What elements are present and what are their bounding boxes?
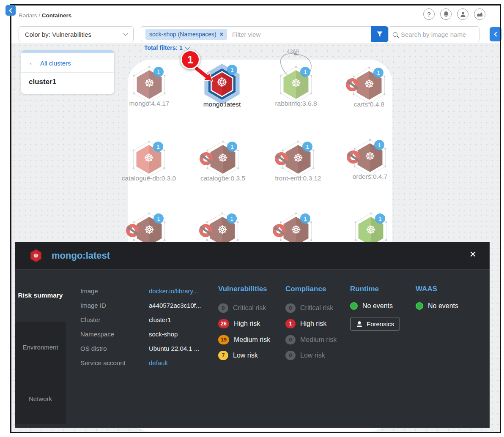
risk-row: 7 Low risk (218, 348, 270, 364)
color-by-select[interactable]: Color by: Vulnerabilities (19, 26, 134, 42)
profile-button[interactable] (457, 8, 468, 20)
runtime-status-text: No events (362, 302, 393, 310)
close-panel-button[interactable]: × (470, 248, 476, 261)
field-value: a440572ac3c10f... (149, 302, 201, 309)
topbar-icon-group: ? (423, 8, 485, 20)
details-tab-list: Risk summaryEnvironmentNetwork (15, 270, 66, 424)
risk-label: High risk (234, 320, 260, 328)
funnel-icon (376, 31, 383, 38)
vulnerabilities-rows: 0 Critical risk 26 High risk 19 Medium r… (218, 300, 270, 363)
radar-node-carts-0-4-8[interactable]: ☸1 carts:0.4.8 (347, 63, 391, 107)
details-tab-environment[interactable]: Environment (15, 321, 66, 373)
chevron-down-icon (185, 45, 189, 49)
help-button[interactable]: ? (423, 8, 435, 20)
filter-chip-sock-shop[interactable]: sock-shop (Namespaces) × (145, 29, 227, 40)
filter-chip-label: sock-shop (Namespaces) (149, 31, 216, 38)
chevron-left-icon (9, 8, 14, 13)
waas-link[interactable]: WAAS (416, 285, 458, 293)
replica-count-badge: 1 (227, 213, 237, 224)
bell-icon (443, 11, 449, 17)
field-value: sock-shop (149, 330, 178, 338)
field-value[interactable]: docker.io/library... (149, 287, 198, 295)
forensics-icon (356, 321, 363, 328)
radar-node-catalogue-db-0-3-0[interactable]: ☸1catalogue-db:0.3.0 (127, 137, 171, 181)
vulnerabilities-link[interactable]: Vulnerabilities (218, 285, 270, 293)
runtime-section: Runtime No events Forensics (350, 285, 400, 331)
risk-row: 1 High risk (285, 316, 337, 332)
clusters-panel: ← All clusters cluster1 (21, 50, 114, 94)
breadcrumb: Radars / Containers (19, 12, 71, 19)
radar-node-rabbitmq-3-6-8[interactable]: ☸1rabbitmq:3.6.8 (274, 63, 318, 107)
risk-count-badge: 1 (285, 319, 296, 328)
cluster-list-item[interactable]: cluster1 (21, 73, 114, 91)
unprotected-firewall-icon (199, 224, 212, 237)
risk-row: 26 High risk (218, 316, 270, 332)
field-label: Namespace (80, 330, 149, 338)
breadcrumb-separator: / (38, 12, 42, 19)
replica-count-badge: 1 (153, 142, 163, 152)
field-label: OS distro (80, 345, 149, 352)
notifications-button[interactable] (440, 8, 452, 20)
filter-view-input[interactable]: sock-shop (Namespaces) × Filter view (141, 26, 388, 42)
collapse-right-panel-button[interactable] (490, 27, 501, 41)
risk-label: High risk (300, 320, 326, 328)
field-label: Image (80, 287, 149, 295)
annotation-label: 1 (187, 54, 193, 66)
hexagon-shape (30, 249, 42, 263)
replica-count-badge: 1 (302, 142, 312, 152)
replica-count-badge: 1 (227, 142, 237, 152)
collapse-left-panel-button[interactable] (5, 5, 16, 16)
risk-count-badge: 0 (218, 303, 228, 313)
details-tab-network[interactable]: Network (15, 373, 66, 424)
search-placeholder: Search by image name (401, 31, 466, 38)
risk-row: 0 Low risk (285, 348, 337, 364)
runtime-status: No events (350, 302, 400, 310)
all-clusters-back-link[interactable]: ← All clusters (21, 53, 114, 72)
forensics-label: Forensics (367, 320, 394, 328)
search-input[interactable]: Search by image name (388, 26, 479, 42)
waas-section: WAAS No events (416, 285, 458, 310)
remove-chip-icon[interactable]: × (220, 31, 223, 38)
node-label: orders:0.4.7 (323, 173, 416, 180)
details-panel-title: mongo:latest (52, 250, 110, 261)
radar-node-mongo-4-4-17[interactable]: ☸1mongo:4.4.17 (127, 63, 171, 107)
prisma-cloud-radar-screen: { "app": { "breadcrumb": { "parent": "Ra… (0, 0, 504, 437)
image-detail-fields: Image docker.io/library... Image ID a440… (80, 284, 201, 370)
unprotected-firewall-icon (200, 152, 213, 165)
replica-count-badge: 1 (300, 213, 310, 224)
unprotected-firewall-icon (347, 150, 360, 164)
apply-filter-button[interactable] (371, 26, 388, 42)
radar-node-orders-0-4-7[interactable]: ☸1 orders:0.4.7 (348, 136, 392, 180)
risk-count-badge: 7 (218, 351, 228, 360)
runtime-link[interactable]: Runtime (350, 285, 400, 293)
risk-count-badge: 0 (285, 303, 296, 313)
chevron-left-icon (494, 32, 499, 36)
waas-status-text: No events (428, 302, 458, 310)
compliance-link[interactable]: Compliance (285, 285, 337, 293)
activity-stats-button[interactable] (474, 8, 485, 20)
unprotected-firewall-icon (346, 78, 359, 91)
loop-port-label: 4369 (287, 48, 299, 55)
replica-count-badge: 1 (227, 65, 237, 75)
risk-label: Medium risk (234, 336, 270, 344)
vulnerabilities-section: Vulnerabilities 0 Critical risk 26 High … (218, 285, 270, 363)
radar-node-front-end-0-3-12[interactable]: ☸1 front-end:0.3.12 (276, 137, 320, 181)
breadcrumb-parent[interactable]: Radars (19, 12, 37, 19)
node-label: carts:0.4.8 (323, 101, 416, 108)
replica-count-badge: 1 (374, 140, 384, 150)
image-hexagon-icon: ☸ (30, 249, 42, 263)
risk-count-badge: 0 (285, 335, 296, 344)
total-filters-label: Total filters: 1 (144, 44, 183, 51)
field-value[interactable]: default (149, 359, 168, 366)
risk-label: Low risk (300, 352, 325, 359)
back-arrow-icon: ← (29, 59, 36, 67)
total-filters-toggle[interactable]: Total filters: 1 (144, 44, 189, 51)
risk-count-badge: 0 (285, 351, 296, 360)
risk-row: 0 Medium risk (285, 332, 337, 348)
details-tab-risk-summary[interactable]: Risk summary (15, 270, 66, 321)
details-panel-header: ☸ mongo:latest × (15, 242, 490, 270)
search-icon (393, 32, 397, 37)
radar-node-catalogue-0-3-5[interactable]: ☸1 catalogue:0.3.5 (201, 137, 245, 181)
replica-count-badge: 1 (300, 67, 310, 77)
forensics-button[interactable]: Forensics (350, 317, 400, 331)
